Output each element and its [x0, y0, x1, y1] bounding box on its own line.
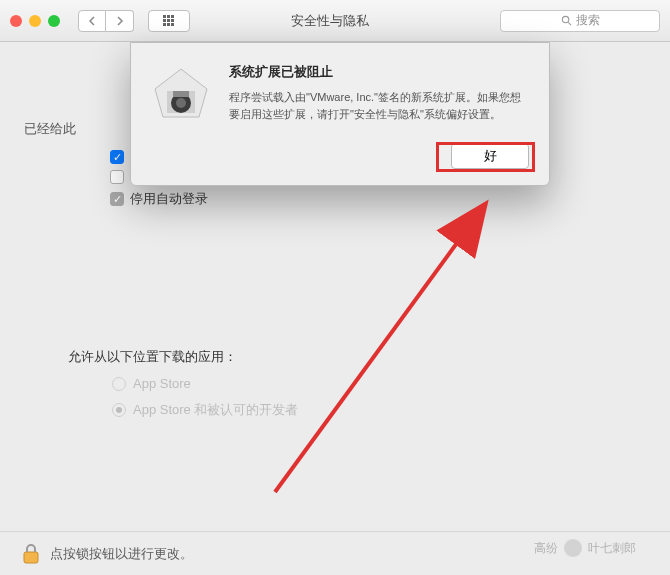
back-button[interactable] [78, 10, 106, 32]
checkbox-icon [110, 170, 124, 184]
radio-appstore[interactable]: App Store [112, 376, 646, 391]
search-placeholder: 搜索 [576, 12, 600, 29]
system-extension-icon [149, 63, 213, 127]
dialog-body: 程序尝试载入由"VMware, Inc."签名的新系统扩展。如果您想要启用这些扩… [229, 89, 529, 123]
zoom-icon[interactable] [48, 15, 60, 27]
checkbox-row[interactable]: 停用自动登录 [110, 190, 646, 208]
svg-point-0 [562, 16, 568, 22]
svg-line-1 [568, 22, 571, 25]
section-download-apps: 允许从以下位置下载的应用： App Store App Store 和被认可的开… [68, 348, 646, 419]
search-icon [561, 15, 572, 26]
footer-text: 点按锁按钮以进行更改。 [50, 545, 193, 563]
svg-rect-7 [173, 91, 189, 97]
alert-dialog: 系统扩展已被阻止 程序尝试载入由"VMware, Inc."签名的新系统扩展。如… [130, 42, 550, 186]
checkbox-icon [110, 150, 124, 164]
radio-icon [112, 377, 126, 391]
grid-icon [163, 15, 175, 27]
checkbox-label: 停用自动登录 [130, 190, 208, 208]
titlebar: 安全性与隐私 搜索 [0, 0, 670, 42]
radio-appstore-identified[interactable]: App Store 和被认可的开发者 [112, 401, 646, 419]
section2-label: 允许从以下位置下载的应用： [68, 348, 646, 366]
search-input[interactable]: 搜索 [500, 10, 660, 32]
window-title: 安全性与隐私 [198, 12, 492, 30]
checkbox-icon [110, 192, 124, 206]
nav-back-forward [78, 10, 134, 32]
chevron-right-icon [116, 16, 124, 26]
svg-rect-2 [24, 552, 38, 563]
show-all-button[interactable] [148, 10, 190, 32]
minimize-icon[interactable] [29, 15, 41, 27]
dialog-title: 系统扩展已被阻止 [229, 63, 529, 81]
svg-point-6 [176, 98, 186, 108]
ok-button[interactable]: 好 [451, 143, 529, 169]
chevron-left-icon [88, 16, 96, 26]
radio-label: App Store [133, 376, 191, 391]
radio-group: App Store App Store 和被认可的开发者 [112, 376, 646, 419]
lock-icon[interactable] [22, 543, 40, 565]
radio-icon [112, 403, 126, 417]
close-icon[interactable] [10, 15, 22, 27]
forward-button[interactable] [106, 10, 134, 32]
watermark-avatar-icon [564, 539, 582, 557]
radio-label: App Store 和被认可的开发者 [133, 401, 298, 419]
dialog-content: 系统扩展已被阻止 程序尝试载入由"VMware, Inc."签名的新系统扩展。如… [229, 63, 529, 169]
window-controls [10, 15, 60, 27]
watermark: 高纷 叶七刺郎 [534, 539, 636, 557]
